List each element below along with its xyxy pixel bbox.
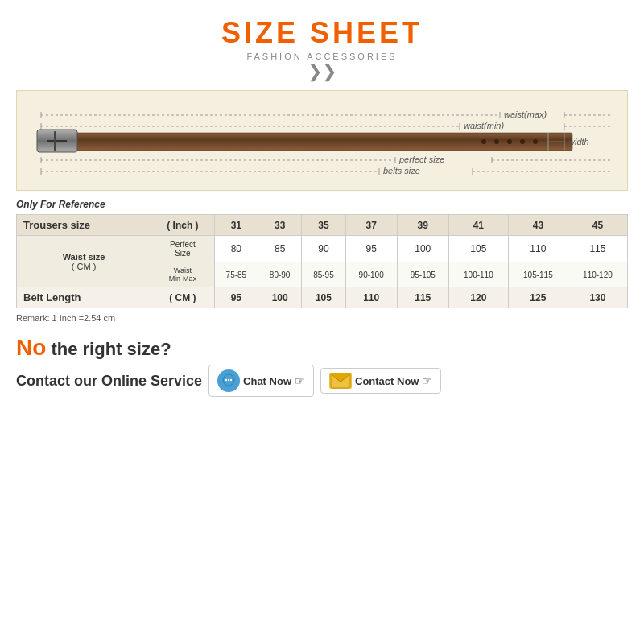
perfect-110: 110 [508,236,568,262]
no-size-title: No the right size? [16,335,441,361]
perfect-90: 90 [302,236,345,262]
waist-75-85: 75-85 [214,262,258,287]
belt-length-row: Belt Length ( CM ) 95 100 105 110 115 12… [17,287,628,308]
waist-minmax-label: WaistMin-Max [151,262,215,287]
svg-point-39 [228,379,229,381]
reference-label: Only For Reference [16,199,105,210]
belt-diagram-svg: waist(max) waist(min) [33,102,613,179]
mail-icon [329,373,352,389]
waist-110-120: 110-120 [568,262,627,287]
title-section: SIZE SHEET FASHION ACCESSORIES ❯❯ [221,16,423,80]
size-41: 41 [448,215,508,236]
contact-now-button[interactable]: Contact Now ☞ [320,368,441,394]
svg-text:waist(min): waist(min) [464,121,504,130]
contact-section: Contact our Online Service Chat Now ☞ [16,365,441,397]
perfect-105: 105 [448,236,508,262]
chat-now-button[interactable]: Chat Now ☞ [208,365,314,397]
size-31: 31 [214,215,258,236]
svg-text:width: width [568,137,589,147]
waist-90-100: 90-100 [345,262,397,287]
contact-now-label: Contact Now [355,375,419,387]
svg-text:waist(max): waist(max) [504,109,547,119]
size-43: 43 [508,215,568,236]
belt-130: 130 [568,287,627,308]
chat-bubble-icon [221,374,236,388]
envelope-icon [330,373,351,389]
perfect-115: 115 [568,236,627,262]
waist-100-110: 100-110 [448,262,508,287]
no-size-section: No the right size? Contact our Online Se… [16,335,441,397]
svg-point-38 [225,379,227,381]
perfect-size-label: PerfectSize [151,236,215,262]
belt-100: 100 [258,287,302,308]
belt-115: 115 [397,287,448,308]
svg-point-17 [494,139,499,144]
belt-120: 120 [448,287,508,308]
chat-icon [217,369,240,392]
double-chevron-icon: ❯❯ [221,63,423,80]
hand-icon: ☞ [295,374,305,387]
perfect-95: 95 [345,236,397,262]
perfect-size-row: Waist size( CM ) PerfectSize 80 85 90 95… [17,236,628,262]
perfect-100: 100 [397,236,448,262]
belt-95: 95 [214,287,258,308]
no-text: No [16,335,46,360]
size-35: 35 [302,215,345,236]
svg-point-19 [520,139,525,144]
inch-header: ( Inch ) [151,215,215,236]
belt-length-label: Belt Length [17,287,151,308]
belt-diagram: waist(max) waist(min) [16,90,628,191]
svg-point-40 [230,379,232,381]
contact-label: Contact our Online Service [16,373,202,390]
size-45: 45 [568,215,627,236]
svg-rect-15 [54,131,56,151]
svg-text:belts size: belts size [383,166,420,175]
main-title: SIZE SHEET [221,16,423,50]
perfect-80: 80 [214,236,258,262]
belt-110: 110 [345,287,397,308]
belt-cm-label: ( CM ) [151,287,215,308]
size-39: 39 [397,215,448,236]
remark: Remark: 1 Inch =2.54 cm [16,313,115,323]
svg-text:perfect size: perfect size [398,155,444,164]
perfect-85: 85 [258,236,302,262]
size-table: Trousers size ( Inch ) 31 33 35 37 39 41… [16,214,628,308]
size-33: 33 [258,215,302,236]
hand2-icon: ☞ [422,374,432,387]
waist-size-label: Waist size( CM ) [17,236,151,287]
svg-point-18 [507,139,512,144]
waist-105-115: 105-115 [508,262,568,287]
waist-80-90: 80-90 [258,262,302,287]
svg-point-20 [533,139,538,144]
belt-105: 105 [302,287,345,308]
subtitle: FASHION ACCESSORIES [221,52,423,61]
waist-95-105: 95-105 [397,262,448,287]
chat-now-label: Chat Now [243,375,291,387]
trousers-size-header: Trousers size [17,215,151,236]
belt-125: 125 [508,287,568,308]
svg-point-16 [481,139,486,144]
waist-85-95: 85-95 [302,262,345,287]
size-37: 37 [345,215,397,236]
svg-rect-41 [331,374,350,388]
right-size-text: the right size? [46,339,171,359]
